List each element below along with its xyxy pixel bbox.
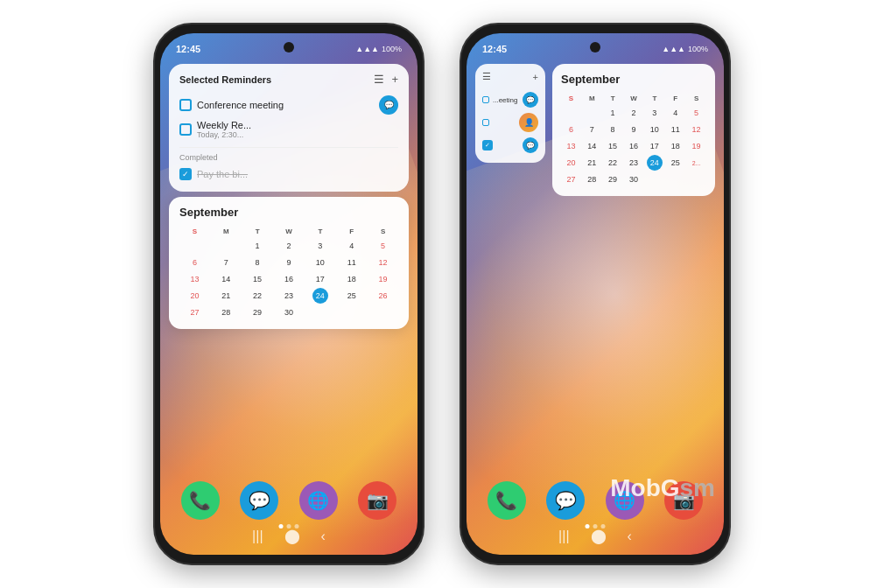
cal-d-14[interactable]: 14 xyxy=(218,271,234,287)
calendar-popup: September S M T W T F S 1 2 xyxy=(169,197,409,329)
cal2-d-29[interactable]: 29 xyxy=(605,172,621,187)
completed-label: Completed xyxy=(179,153,398,162)
cal2-d-13[interactable]: 13 xyxy=(563,138,579,154)
cal2-d-23[interactable]: 23 xyxy=(626,155,642,171)
cal-d-17[interactable]: 17 xyxy=(312,271,328,287)
cal2-d-12[interactable]: 12 xyxy=(689,122,705,137)
nav-recent-2[interactable]: ||| xyxy=(558,528,569,544)
cal-d-28[interactable]: 28 xyxy=(218,304,234,320)
nav-back-1[interactable]: ‹ xyxy=(321,528,326,544)
mini-list-icon[interactable]: ☰ xyxy=(482,71,491,82)
cal-d-6[interactable]: 6 xyxy=(186,255,202,270)
cal-d-2[interactable]: 2 xyxy=(281,238,297,254)
calendar-widget-2: September S M T W T F S 1 2 xyxy=(552,64,715,196)
cal2-d-8[interactable]: 8 xyxy=(605,122,621,137)
cal2-d-9[interactable]: 9 xyxy=(626,122,642,137)
cal-d-29[interactable]: 29 xyxy=(249,304,265,320)
add-icon-btn[interactable]: + xyxy=(391,73,398,86)
mini-bubble-2: 💬 xyxy=(523,137,538,153)
cal2-d-27[interactable]: 27 xyxy=(563,172,579,187)
cal-d-10[interactable]: 10 xyxy=(312,255,328,270)
checkbox-2[interactable] xyxy=(179,123,192,136)
cal2-d-30[interactable]: 30 xyxy=(626,172,642,187)
cal-d-23[interactable]: 23 xyxy=(281,288,297,304)
cal2-d-3[interactable]: 3 xyxy=(647,105,663,121)
cal-d-15[interactable]: 15 xyxy=(249,271,265,287)
cal-day-s2: S xyxy=(368,226,398,237)
cal2-d-4[interactable]: 4 xyxy=(668,105,684,121)
cal2-d-16[interactable]: 16 xyxy=(626,138,642,154)
cal-d-1[interactable]: 1 xyxy=(249,238,265,254)
cal2-d-e1 xyxy=(563,105,579,121)
cal-d-26[interactable]: 26 xyxy=(375,288,391,304)
cal2-d-19[interactable]: 19 xyxy=(689,138,705,154)
cal-d-25[interactable]: 25 xyxy=(344,288,360,304)
nav-recent-1[interactable]: ||| xyxy=(252,528,263,544)
cal-d-8[interactable]: 8 xyxy=(249,255,265,270)
checkbox-completed-1[interactable]: ✓ xyxy=(179,168,192,180)
calendar-grid-1: S M T W T F S 1 2 3 4 5 xyxy=(179,226,398,320)
cal-d-5[interactable]: 5 xyxy=(375,238,391,254)
cal-d-30[interactable]: 30 xyxy=(281,304,297,320)
internet-app-1[interactable]: 🌐 xyxy=(299,481,338,520)
cal2-d-21[interactable]: 21 xyxy=(584,155,600,171)
cal-d-13[interactable]: 13 xyxy=(186,271,202,287)
cal-d-27[interactable]: 27 xyxy=(186,304,202,320)
phone-app-2[interactable]: 📞 xyxy=(488,481,526,520)
cal-d-11[interactable]: 11 xyxy=(344,255,360,270)
cal-day-t1: T xyxy=(242,226,273,237)
camera-app-1[interactable]: 📷 xyxy=(358,481,396,520)
phone-app-1[interactable]: 📞 xyxy=(181,481,220,520)
reminder-item-2-text: Weekly Re... Today, 2:30... xyxy=(197,120,398,139)
cal-d-20[interactable]: 20 xyxy=(186,288,202,304)
cal2-d-24[interactable]: 24 xyxy=(647,155,663,171)
cal-day-t2: T xyxy=(305,226,335,237)
mini-reminder-3: ✓ 💬 xyxy=(482,135,538,156)
cal2-d-1[interactable]: 1 xyxy=(605,105,621,121)
list-icon-btn[interactable]: ☰ xyxy=(374,73,384,86)
cal2-d-17[interactable]: 17 xyxy=(647,138,663,154)
cal2-d-25[interactable]: 25 xyxy=(668,155,684,171)
widget-header: Selected Reminders ☰ + xyxy=(179,73,398,86)
cal-d-21[interactable]: 21 xyxy=(218,288,234,304)
mini-add-icon[interactable]: + xyxy=(533,72,538,82)
cal2-d-5[interactable]: 5 xyxy=(689,105,705,121)
cal2-d-15[interactable]: 15 xyxy=(605,138,621,154)
cal2-d-18[interactable]: 18 xyxy=(668,138,684,154)
cal2-d-20[interactable]: 20 xyxy=(563,155,579,171)
battery-icon-2: 100% xyxy=(688,45,708,53)
calendar-month-2: September xyxy=(561,73,706,86)
reminder-item-1: Conference meeting 💬 xyxy=(179,93,398,117)
cal-d-3[interactable]: 3 xyxy=(312,238,328,254)
cal2-d-26[interactable]: 2... xyxy=(689,155,705,171)
cal-d-12[interactable]: 12 xyxy=(375,255,391,270)
nav-back-2[interactable]: ‹ xyxy=(628,528,632,544)
cal2-d-10[interactable]: 10 xyxy=(647,122,663,137)
nav-home-2[interactable]: ⬤ xyxy=(591,528,607,544)
messages-app-1[interactable]: 💬 xyxy=(240,481,278,520)
mini-widget-header: ☰ + xyxy=(482,71,538,82)
cal2-d-7[interactable]: 7 xyxy=(584,122,600,137)
phone-2: 12:45 ▲▲▲ 100% ☰ + xyxy=(460,23,731,565)
cal-d-18[interactable]: 18 xyxy=(344,271,360,287)
calendar-grid-2: S M T W T F S 1 2 3 4 xyxy=(561,93,706,187)
cal2-d-11[interactable]: 11 xyxy=(668,122,684,137)
cal2-d-22[interactable]: 22 xyxy=(605,155,621,171)
cal2-d-14[interactable]: 14 xyxy=(584,138,600,154)
cal2-d-2[interactable]: 2 xyxy=(626,105,642,121)
cal-d-16[interactable]: 16 xyxy=(281,271,297,287)
battery-icon-1: 100% xyxy=(382,45,402,53)
reminder-text-2: Weekly Re... xyxy=(197,120,398,130)
cal-d-22[interactable]: 22 xyxy=(249,288,265,304)
checkbox-1[interactable] xyxy=(179,99,192,111)
messages-app-2[interactable]: 💬 xyxy=(546,481,585,520)
cal-d-24[interactable]: 24 xyxy=(312,288,328,304)
mini-bubble-1: 💬 xyxy=(523,92,538,108)
cal-d-4[interactable]: 4 xyxy=(344,238,360,254)
cal-d-7[interactable]: 7 xyxy=(218,255,234,270)
cal2-d-6[interactable]: 6 xyxy=(563,122,579,137)
nav-home-1[interactable]: ⬤ xyxy=(284,528,300,544)
cal-d-19[interactable]: 19 xyxy=(375,271,391,287)
cal2-d-28[interactable]: 28 xyxy=(584,172,600,187)
cal-d-9[interactable]: 9 xyxy=(281,255,297,270)
